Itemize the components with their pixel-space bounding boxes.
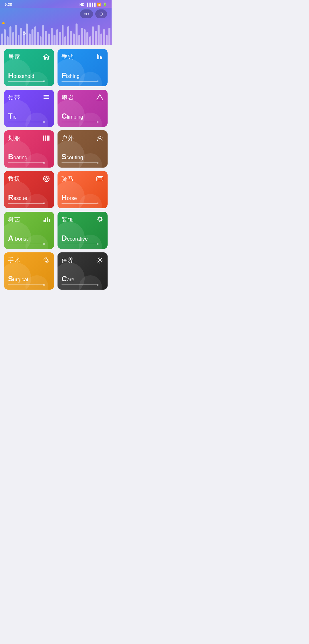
card-icon-fishing: [96, 53, 104, 62]
categories-grid: 居家 Household垂钓 Fishing领带 Tie攀岩 Climbing划…: [0, 45, 112, 294]
card-underline-rescue: [8, 203, 44, 204]
svg-rect-3: [101, 56, 102, 59]
card-english-boating: Boating: [8, 153, 50, 161]
card-english-scouting: Scouting: [62, 153, 104, 161]
wave-bar: [9, 26, 11, 45]
wave-bar: [86, 32, 88, 45]
card-icon-scouting: [96, 134, 104, 143]
card-underline-surgical: [8, 284, 44, 285]
wave-bar: [37, 32, 39, 45]
card-decorative[interactable]: 装饰 Decorative: [58, 212, 108, 249]
wave-bar: [40, 36, 42, 45]
menu-button[interactable]: •••: [80, 9, 93, 18]
waveform: [0, 19, 112, 45]
wave-bar: [92, 26, 94, 45]
svg-rect-8: [45, 136, 46, 141]
wave-bar: [18, 35, 20, 45]
card-icon-arborist: [43, 216, 50, 224]
card-chinese-care: 保养: [62, 256, 74, 264]
card-english-horse: Horse: [62, 194, 104, 201]
card-underline-household: [8, 81, 44, 82]
time: 9:38: [5, 2, 12, 7]
card-household[interactable]: 居家 Household: [4, 49, 54, 86]
wave-bar: [70, 31, 72, 45]
card-chinese-rescue: 救援: [8, 175, 21, 183]
wave-bar: [4, 29, 6, 45]
card-icon-horse: [96, 175, 104, 184]
card-underline-care: [62, 284, 97, 285]
card-icon-household: [43, 53, 50, 62]
card-tie[interactable]: 领带 Tie: [4, 90, 54, 127]
card-climbing[interactable]: 攀岩 Climbing: [58, 90, 108, 127]
svg-point-20: [99, 259, 101, 261]
card-icon-climbing: [96, 94, 104, 102]
card-arborist[interactable]: 树艺 Arborist: [4, 212, 54, 249]
wave-bar: [100, 34, 102, 45]
svg-rect-17: [45, 218, 46, 222]
wave-bar: [73, 34, 75, 45]
wave-bar: [31, 29, 33, 45]
card-chinese-climbing: 攀岩: [62, 94, 74, 101]
card-underline-boating: [8, 162, 44, 163]
status-icons: HD ▐▐▐▐ 📶 🔋: [80, 3, 107, 7]
card-english-arborist: Arborist: [8, 234, 50, 242]
svg-rect-2: [100, 56, 101, 59]
card-underline-decorative: [62, 244, 97, 244]
card-english-household: Household: [8, 72, 50, 79]
svg-rect-10: [48, 136, 49, 141]
card-underline-tie: [8, 122, 44, 122]
wave-bar: [81, 28, 83, 45]
card-english-tie: Tie: [8, 112, 50, 120]
card-icon-tie: [43, 94, 50, 102]
card-fishing[interactable]: 垂钓 Fishing: [58, 49, 108, 86]
card-chinese-boating: 划船: [8, 134, 21, 142]
card-chinese-surgical: 手术: [8, 256, 21, 264]
card-underline-climbing: [62, 122, 97, 122]
wave-bar: [42, 25, 44, 45]
svg-rect-5: [43, 97, 49, 97]
svg-rect-6: [43, 98, 49, 99]
wave-bar: [56, 29, 58, 45]
wave-bar: [54, 35, 56, 45]
wave-bar: [103, 29, 105, 45]
card-care[interactable]: 保养 Care: [58, 252, 108, 290]
status-bar: 9:38 HD ▐▐▐▐ 📶 🔋: [0, 0, 112, 8]
svg-rect-1: [98, 55, 99, 59]
card-underline-horse: [62, 203, 97, 204]
card-chinese-horse: 骑马: [62, 175, 74, 183]
wave-bar: [34, 26, 36, 45]
wave-bar: [26, 23, 28, 45]
wave-bar: [1, 34, 3, 45]
card-horse[interactable]: 骑马 Horse: [58, 171, 108, 208]
svg-rect-18: [47, 217, 48, 222]
card-surgical[interactable]: 手术 Surgical: [4, 252, 54, 290]
signal-icon: ▐▐▐▐: [86, 3, 96, 7]
card-english-care: Care: [62, 275, 104, 283]
card-chinese-fishing: 垂钓: [62, 53, 74, 61]
card-icon-boating: [43, 134, 50, 143]
card-underline-fishing: [62, 81, 97, 82]
svg-point-13: [45, 178, 47, 180]
card-chinese-decorative: 装饰: [62, 216, 74, 223]
svg-point-11: [99, 136, 101, 138]
header-controls: ••• ⊙: [5, 9, 107, 18]
hd-icon: HD: [80, 3, 84, 7]
card-icon-rescue: [43, 175, 50, 184]
wave-bar: [108, 28, 110, 45]
card-underline-scouting: [62, 162, 97, 163]
svg-rect-7: [43, 136, 44, 141]
card-scouting[interactable]: 户外 Scouting: [58, 130, 108, 168]
card-icon-decorative: [96, 216, 104, 224]
svg-rect-4: [43, 95, 49, 96]
card-chinese-tie: 领带: [8, 94, 21, 101]
wave-bar: [76, 23, 78, 45]
card-rescue[interactable]: 救援 Rescue: [4, 171, 54, 208]
record-button[interactable]: ⊙: [95, 9, 107, 18]
svg-rect-0: [97, 54, 98, 59]
card-english-climbing: Climbing: [62, 112, 104, 120]
svg-rect-19: [49, 219, 50, 222]
card-chinese-arborist: 树艺: [8, 216, 21, 223]
card-english-surgical: Surgical: [8, 275, 50, 283]
card-boating[interactable]: 划船 Boating: [4, 130, 54, 168]
card-icon-surgical: [43, 256, 50, 265]
